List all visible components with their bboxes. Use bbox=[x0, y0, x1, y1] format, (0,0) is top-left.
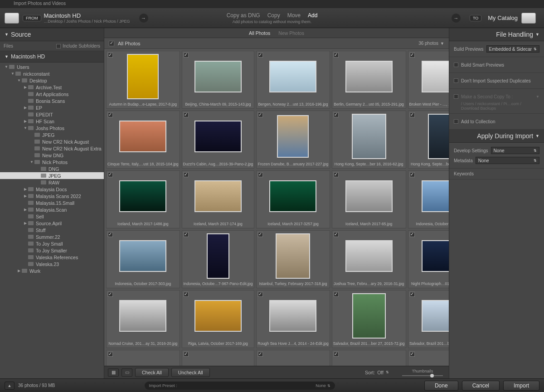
photo-thumbnail[interactable] bbox=[352, 114, 386, 159]
folder-wurk[interactable]: ▶Wurk bbox=[0, 267, 104, 274]
folder-to-joy-small[interactable]: To Joy Small bbox=[0, 240, 104, 247]
photo-thumbnail[interactable] bbox=[194, 121, 242, 152]
build-previews-select[interactable]: Embedded & Sidecar⇅ bbox=[486, 45, 539, 53]
photo-thumbnail[interactable] bbox=[194, 61, 242, 92]
second-copy-checkbox[interactable]: Make a Second Copy To :▼ bbox=[454, 92, 539, 102]
cancel-button[interactable]: Cancel bbox=[462, 381, 500, 391]
folder-jpeg[interactable]: JPEG bbox=[0, 131, 104, 138]
folder-stuff[interactable]: Stuff bbox=[0, 227, 104, 233]
folder-ep[interactable]: ▶EP bbox=[0, 104, 104, 111]
folder-users[interactable]: ▼Users bbox=[0, 63, 104, 70]
photo-cell[interactable] bbox=[182, 350, 255, 366]
source-root[interactable]: ▼Macintosh HD bbox=[0, 51, 104, 63]
photo-checkbox[interactable] bbox=[258, 352, 263, 357]
photo-thumbnail[interactable] bbox=[194, 180, 242, 212]
photo-checkbox[interactable] bbox=[108, 232, 113, 237]
photo-cell[interactable]: Iceland, March 2017-3257.jpg bbox=[256, 170, 330, 228]
photo-cell[interactable]: Iceland, March 2017-174.jpg bbox=[182, 170, 255, 228]
folder-to-joy-smaller[interactable]: To Joy Smaller bbox=[0, 247, 104, 254]
develop-settings-select[interactable]: None⇅ bbox=[491, 147, 539, 154]
photo-checkbox[interactable] bbox=[410, 172, 415, 177]
photo-cell[interactable]: Broken West Pier - …, 2014 - 210-Edit.jp… bbox=[408, 51, 449, 109]
photo-cell[interactable]: Bergen, Norway 2…ust 13, 2016-196.jpg bbox=[256, 51, 330, 109]
photo-cell[interactable] bbox=[106, 350, 180, 366]
photo-cell[interactable]: Iceland, March 2017-1486.jpg bbox=[106, 170, 180, 228]
photo-checkbox[interactable] bbox=[258, 232, 263, 237]
photo-checkbox[interactable] bbox=[108, 172, 113, 177]
folder-malaysia-docs[interactable]: ▶Malaysia Docs bbox=[0, 186, 104, 193]
expand-button[interactable]: ▲ bbox=[5, 382, 15, 390]
folder-malaysia-15-small[interactable]: Malaysia.15.Small bbox=[0, 199, 104, 206]
photo-checkbox[interactable] bbox=[108, 53, 113, 58]
photo-checkbox[interactable] bbox=[334, 172, 339, 177]
folder-dng[interactable]: DNG bbox=[0, 165, 104, 172]
source-panel-header[interactable]: ▼Source bbox=[0, 28, 104, 41]
photo-cell[interactable] bbox=[408, 350, 449, 366]
photo-checkbox[interactable] bbox=[258, 172, 263, 177]
photo-cell[interactable]: Hong Kong, Septe…ber 17, 2016-74.jpg bbox=[408, 111, 449, 169]
folder-new-dng[interactable]: New DNG bbox=[0, 152, 104, 159]
photo-thumbnail[interactable] bbox=[207, 233, 229, 279]
folder-epedit[interactable]: EPEDIT bbox=[0, 111, 104, 118]
photo-cell[interactable] bbox=[256, 350, 330, 366]
photo-checkbox[interactable] bbox=[334, 112, 339, 117]
source-arrow-button[interactable]: → bbox=[139, 14, 148, 23]
photo-cell[interactable]: Indonesia, Octobe…7-967-Pano-Edit.jpg bbox=[182, 230, 255, 288]
photo-thumbnail[interactable] bbox=[119, 121, 166, 152]
photo-checkbox[interactable] bbox=[184, 352, 189, 357]
photo-checkbox[interactable] bbox=[334, 232, 339, 237]
photo-checkbox[interactable] bbox=[258, 292, 263, 297]
photo-cell[interactable]: Duzzi's Cabin, Aug…2016-39-Pano-2.jpg bbox=[182, 111, 255, 169]
dest-title[interactable]: My Catalog bbox=[488, 15, 518, 21]
apply-during-import-header[interactable]: Apply During Import▼ bbox=[449, 130, 544, 143]
photo-cell[interactable]: Iceland, March 2017-65.jpg bbox=[332, 170, 406, 228]
import-button[interactable]: Import bbox=[503, 381, 539, 391]
photo-checkbox[interactable] bbox=[184, 172, 189, 177]
loupe-view-icon[interactable]: ▭ bbox=[121, 368, 132, 377]
check-all-button[interactable]: Check All bbox=[135, 368, 169, 377]
photo-cell[interactable]: Istanbul, Turkey, February 2017-318.jpg bbox=[256, 230, 330, 288]
photo-thumbnail[interactable] bbox=[345, 61, 393, 92]
dest-arrow-button[interactable]: → bbox=[452, 14, 461, 23]
folder-source-april[interactable]: ▶Source.April bbox=[0, 220, 104, 227]
folder-valeska-references[interactable]: Valeska References bbox=[0, 254, 104, 261]
photo-thumbnail[interactable] bbox=[277, 115, 309, 158]
photo-checkbox[interactable] bbox=[334, 53, 339, 58]
folder-malaysia-scans-2022[interactable]: ▶Malaysia Scans 2022 bbox=[0, 193, 104, 199]
done-button[interactable]: Done bbox=[424, 381, 458, 391]
uncheck-all-button[interactable]: Uncheck All bbox=[171, 368, 210, 377]
photo-cell[interactable]: Hong Kong, Septe…ber 16, 2016-62.jpg bbox=[332, 111, 406, 169]
folder-archive-test[interactable]: ▶Archive.Test bbox=[0, 84, 104, 91]
import-preset-select[interactable]: Import Preset : None ⇅ bbox=[145, 382, 335, 390]
photo-thumbnail[interactable] bbox=[422, 240, 449, 272]
photo-checkbox[interactable] bbox=[184, 232, 189, 237]
photo-checkbox[interactable] bbox=[258, 112, 263, 117]
photo-thumbnail[interactable] bbox=[127, 54, 159, 99]
photo-thumbnail[interactable] bbox=[422, 300, 449, 332]
action-copy[interactable]: Copy bbox=[267, 12, 280, 19]
folder-summer-22[interactable]: Summer.22 bbox=[0, 233, 104, 240]
folder-new-cr2-nick-august[interactable]: New CR2 Nick August bbox=[0, 138, 104, 145]
folder-nickconstant[interactable]: ▼nickconstant bbox=[0, 70, 104, 77]
photo-thumbnail[interactable] bbox=[269, 300, 316, 332]
folder-jpeg[interactable]: JPEG bbox=[0, 172, 104, 179]
photo-thumbnail[interactable] bbox=[119, 300, 166, 332]
folder-bosnia-scans[interactable]: Bosnia Scans bbox=[0, 97, 104, 104]
select-all-checkbox[interactable] bbox=[109, 41, 114, 46]
photo-cell[interactable]: Beijing, China-March 09, 2015-143.jpg bbox=[182, 51, 255, 109]
photo-cell[interactable]: Riga, Latvia, October 2017-169.jpg bbox=[182, 290, 255, 348]
folder-desktop[interactable]: ▼Desktop bbox=[0, 77, 104, 84]
photo-checkbox[interactable] bbox=[258, 53, 263, 58]
photo-cell[interactable]: Autumn in Budap…e-Lapse, 2017-8.jpg bbox=[106, 51, 180, 109]
folder-nick-photos[interactable]: ▼Nick Photos bbox=[0, 159, 104, 165]
photo-thumbnail[interactable] bbox=[194, 300, 242, 332]
photo-cell[interactable]: Night Photograph…016-136-Pano-2.jpg bbox=[408, 230, 449, 288]
tab-all-photos[interactable]: All Photos bbox=[249, 30, 270, 36]
photo-cell[interactable]: Cinque Terre, Italy,…ust 18, 2015-104.jp… bbox=[106, 111, 180, 169]
photo-thumbnail[interactable] bbox=[276, 233, 310, 279]
folder-joshs-photos[interactable]: ▼Joshs Photos bbox=[0, 125, 104, 131]
photo-checkbox[interactable] bbox=[108, 352, 113, 357]
photo-checkbox[interactable] bbox=[410, 352, 415, 357]
photo-checkbox[interactable] bbox=[410, 232, 415, 237]
photo-checkbox[interactable] bbox=[410, 292, 415, 297]
